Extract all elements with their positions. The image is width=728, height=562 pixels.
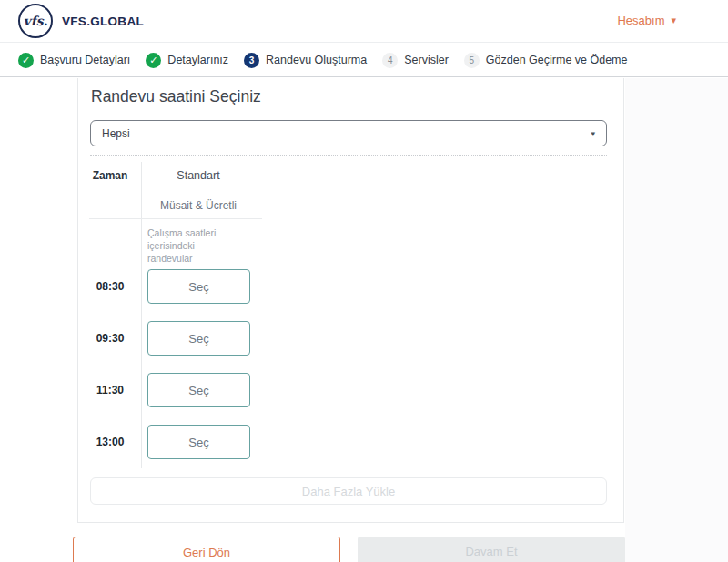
time-label: 13:00 [89, 436, 131, 448]
step-label: Randevu Oluşturma [266, 54, 367, 66]
divider [90, 155, 607, 156]
step-label: Detaylarınız [167, 54, 228, 66]
load-more-button[interactable]: Daha Fazla Yükle [90, 477, 607, 505]
step-number-icon: 3 [244, 53, 259, 68]
step-basvuru-detaylari[interactable]: ✓ Başvuru Detayları [18, 53, 130, 68]
step-number-icon: 5 [464, 53, 480, 68]
step-label: Başvuru Detayları [40, 54, 130, 66]
time-label: 08:30 [89, 280, 131, 293]
logo-text: VFS.GLOBAL [62, 15, 144, 28]
time-label: 11:30 [89, 384, 131, 396]
step-servisler[interactable]: 4 Servisler [382, 53, 449, 68]
top-header: vfs. VFS.GLOBAL Hesabım ▾ [0, 0, 728, 43]
select-slot-button[interactable]: Seç [147, 269, 250, 304]
select-slot-button[interactable]: Seç [147, 425, 250, 459]
progress-stepper: ✓ Başvuru Detayları ✓ Detaylarınız 3 Ran… [0, 44, 728, 77]
page: vfs. VFS.GLOBAL Hesabım ▾ ✓ Başvuru Deta… [0, 0, 728, 562]
account-label: Hesabım [617, 14, 664, 27]
continue-button[interactable]: Davam Et [358, 537, 625, 562]
time-filter-value: Hepsi [102, 127, 130, 140]
vfs-logo-icon: vfs. [18, 4, 53, 38]
caret-down-icon: ▾ [671, 15, 676, 25]
page-title: Randevu saatini Seçiniz [91, 87, 261, 106]
category-description: Çalışma saatleri içerisindeki randevular [147, 226, 242, 265]
step-gozden-gecirme-ve-odeme[interactable]: 5 Gözden Geçirme ve Ödeme [464, 53, 628, 68]
column-header-time: Zaman [89, 169, 131, 182]
time-label: 09:30 [89, 332, 131, 345]
back-button[interactable]: Geri Dön [73, 537, 340, 562]
step-number-icon: 4 [382, 53, 398, 68]
vfs-logo: vfs. VFS.GLOBAL [18, 4, 144, 38]
check-icon: ✓ [146, 53, 161, 68]
page-side-background [625, 78, 728, 562]
divider [89, 218, 262, 219]
step-randevu-olusturma[interactable]: 3 Randevu Oluşturma [244, 53, 367, 68]
select-slot-button[interactable]: Seç [147, 321, 250, 356]
step-label: Gözden Geçirme ve Ödeme [486, 54, 628, 66]
column-header-category: Standart [147, 169, 249, 182]
caret-down-icon: ▾ [591, 129, 595, 138]
step-detaylariniz[interactable]: ✓ Detaylarınız [146, 53, 228, 68]
select-slot-button[interactable]: Seç [147, 373, 250, 407]
step-label: Servisler [404, 54, 449, 66]
time-filter-select[interactable]: Hepsi ▾ [90, 120, 607, 146]
category-subtitle: Müsait & Ücretli [141, 199, 256, 212]
check-icon: ✓ [18, 53, 34, 68]
logo-mark-text: vfs. [24, 14, 48, 28]
account-menu[interactable]: Hesabım ▾ [617, 14, 676, 27]
